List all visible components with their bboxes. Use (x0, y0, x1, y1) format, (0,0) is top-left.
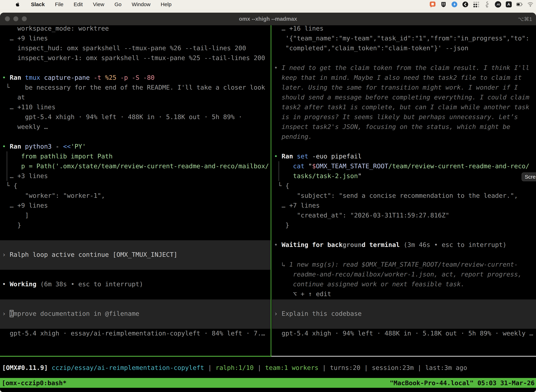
session-status-line: gpt-5.4 xhigh · essay/ai-reimplementatio… (2, 328, 265, 338)
window-title: omx --xhigh --madmax (239, 16, 297, 22)
input-source-icon[interactable]: A (506, 1, 512, 7)
tooltip-label: Scre (525, 174, 536, 180)
terminal-line: weekly … (2, 122, 48, 132)
terminal-line: '{"team_name":"my-team","task_id":"1","f… (274, 33, 529, 43)
session-status-line: gpt-5.4 xhigh · 94% left · 488K in · 5.1… (274, 328, 533, 338)
wifi-icon[interactable] (527, 1, 534, 8)
chat-app-icon[interactable] (429, 1, 436, 8)
terminal-line: is in progress? It seems likely but perh… (274, 112, 518, 122)
terminal-line: "worker": "worker-1", (2, 191, 105, 201)
terminal-line: └ { (2, 181, 17, 191)
terminal-line: ↳ 1 new msg(s): read $OMX_TEAM_STATE_ROO… (274, 260, 518, 269)
left-pane-bottom-border (0, 356, 271, 357)
terminal-line: later. Using the same for transition mig… (274, 83, 518, 92)
tmux-status-bar: [omx-cczip0:bash* "MacBook-Pro-44.local"… (0, 378, 536, 388)
tmux-session-name: [omx-cczip0:bash* (2, 379, 67, 387)
terminal-line: should send a message before completing … (274, 92, 529, 102)
terminal-line: "created_at": "2026-03-31T11:59:27.816Z" (274, 210, 449, 220)
terminal-line: … +7 lines (274, 201, 320, 210)
ran-set-pipefail-line: • Ran set -euo pipefail (274, 151, 362, 161)
menu-bar: Slack File Edit View Go Window Help (0, 0, 536, 9)
terminal-window: omx --xhigh --madmax ⌥⌘1 workspace_mode:… (0, 13, 536, 392)
terminal-line: p = Path('.omx/state/team/review-current… (2, 161, 269, 171)
terminal-line: workspace_mode: worktree (2, 25, 109, 33)
terminal-line: … +9 lines (2, 33, 48, 43)
terminal-line: … +9 lines (2, 201, 48, 210)
ran-python-line: • Ran python3 - <<'PY' (2, 142, 86, 151)
terminal-line: └ be necessary for the end of the README… (2, 83, 265, 92)
terminal-line: from pathlib import Path (2, 151, 113, 161)
right-pane-bottom-border (271, 356, 536, 357)
terminal-line: at (2, 92, 25, 102)
terminal-line: inspect task2's JSON, focusing on the st… (274, 122, 510, 132)
terminal-line: } (2, 220, 21, 230)
menu-item-edit[interactable]: Edit (74, 1, 83, 7)
count-badge-icon[interactable]: ..61 (495, 1, 501, 8)
edit-hint-line: ⌥ + ↑ edit (274, 289, 331, 299)
blue-bolt-icon[interactable] (451, 1, 458, 8)
chevron-circle-icon[interactable] (462, 1, 469, 8)
battery-icon[interactable] (516, 1, 523, 8)
terminal-line: continue assigned work or next feasible … (274, 279, 464, 289)
terminal-line: └ { (274, 181, 289, 191)
menu-status-icons: ..61 A (429, 0, 534, 9)
apple-menu-icon[interactable] (15, 1, 21, 7)
waiting-status-line: • Waiting for background terminal (3m 46… (274, 240, 507, 250)
terminal-line: … +110 lines (2, 102, 55, 112)
terminal-line: cat "$OMX_TEAM_STATE_ROOT/team/review-cu… (274, 161, 529, 171)
menu-item-slack[interactable]: Slack (31, 1, 45, 7)
terminal-line: pending. (274, 132, 312, 142)
squiggle-icon[interactable] (484, 1, 490, 8)
prompt-input[interactable]: › Explain this codebase (274, 309, 362, 319)
terminal-line: } (274, 220, 289, 230)
menu-item-view[interactable]: View (93, 1, 104, 7)
terminal-line: keep that in mind. Maybe I also need the… (274, 73, 522, 83)
terminal-line: "subject": "send a concise recommendatio… (274, 191, 518, 201)
zoom-window-button[interactable] (22, 16, 27, 21)
ralph-loop-line: › Ralph loop active continue [OMX_TMUX_I… (2, 250, 177, 260)
menu-item-file[interactable]: File (55, 1, 63, 7)
menu-item-go[interactable]: Go (115, 1, 121, 7)
terminal-line: "completed","claim_token":"claim-token"}… (274, 43, 468, 53)
ran-tmux-capture-line: • Ran tmux capture-pane -t %25 -p -S -80 (2, 73, 155, 83)
prompt-input[interactable]: › Improve documentation in @filename (2, 309, 139, 319)
working-status-line: • Working (6m 38s • esc to interrupt) (2, 279, 143, 289)
pane-divider[interactable] (271, 25, 271, 356)
terminal-line: task2 after task1 is complete, but can I… (274, 102, 529, 112)
terminal-line: inspect_hud: omx sparkshell --tmux-pane … (2, 43, 246, 53)
omx-status-line: [OMX#0.11.9] cczip/essay/ai-reimplementa… (2, 363, 467, 373)
terminal-line: gpt-5.4 xhigh · 94% left · 488K in · 5.1… (2, 112, 242, 122)
terminal-line: inspect_worker-1: omx sparkshell --tmux-… (2, 53, 265, 63)
window-title-bar[interactable]: omx --xhigh --madmax ⌥⌘1 (0, 13, 536, 25)
menu-item-window[interactable]: Window (132, 1, 151, 7)
screen-tooltip: Scre (522, 173, 536, 181)
right-terminal-pane[interactable]: … +16 lines '{"team_name":"my-team","tas… (272, 25, 536, 356)
shield-grid-icon[interactable] (440, 1, 447, 8)
terminal-line: ] (2, 210, 29, 220)
dots-grid-icon[interactable] (473, 1, 479, 8)
terminal-line: tasks/task-2.json" (274, 171, 362, 181)
terminal-line: readme-and-reco/mailbox/worker-1.json, a… (274, 269, 522, 279)
close-window-button[interactable] (5, 16, 10, 21)
menu-item-help[interactable]: Help (161, 1, 172, 7)
tmux-host-clock: "MacBook-Pro-44.local" 05:03 31-Mar-26 (390, 379, 535, 387)
left-terminal-pane[interactable]: workspace_mode: worktree … +9 lines insp… (0, 25, 270, 356)
window-shortcut-hint: ⌥⌘1 (518, 16, 532, 22)
thinking-line: • I need to get the claim token from the… (274, 63, 529, 73)
minimize-window-button[interactable] (13, 16, 18, 21)
terminal-line: … +3 lines (2, 171, 48, 181)
terminal-line: … +16 lines (274, 25, 324, 33)
